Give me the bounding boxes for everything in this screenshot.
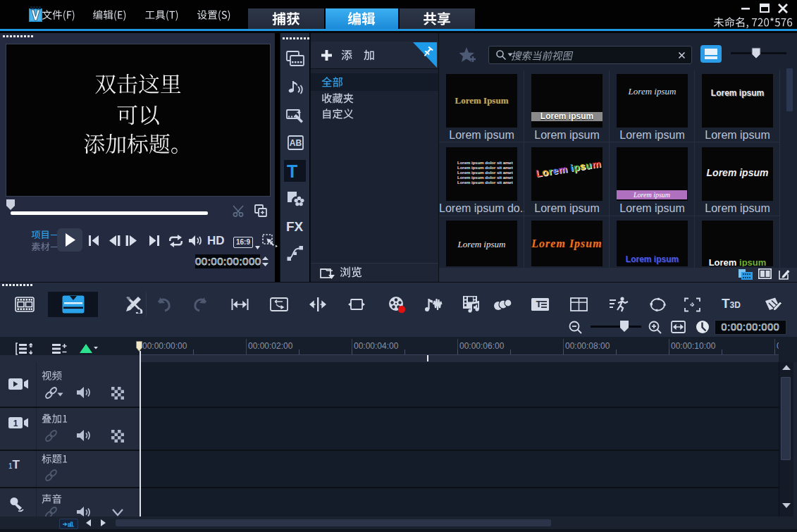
svg-text:1: 1 — [13, 419, 18, 428]
svg-text:AB: AB — [290, 138, 302, 148]
svg-text:T: T — [536, 299, 542, 309]
